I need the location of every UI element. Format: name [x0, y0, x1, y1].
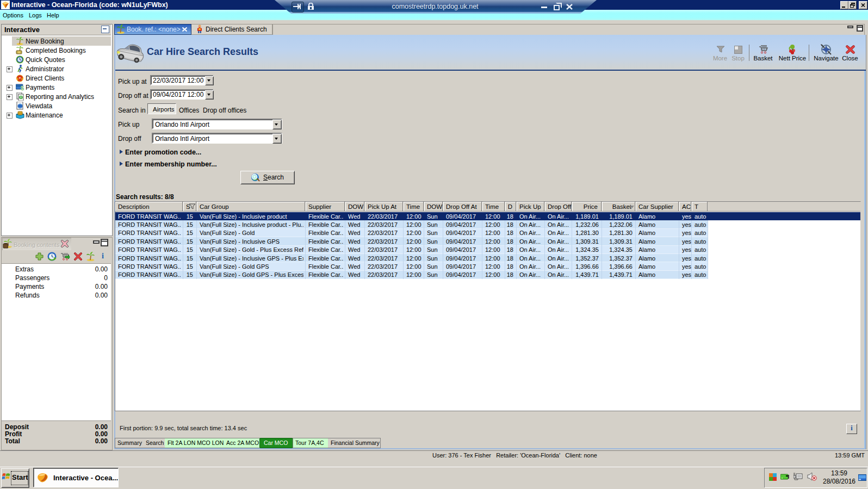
svg-text:$: $ — [21, 85, 24, 91]
